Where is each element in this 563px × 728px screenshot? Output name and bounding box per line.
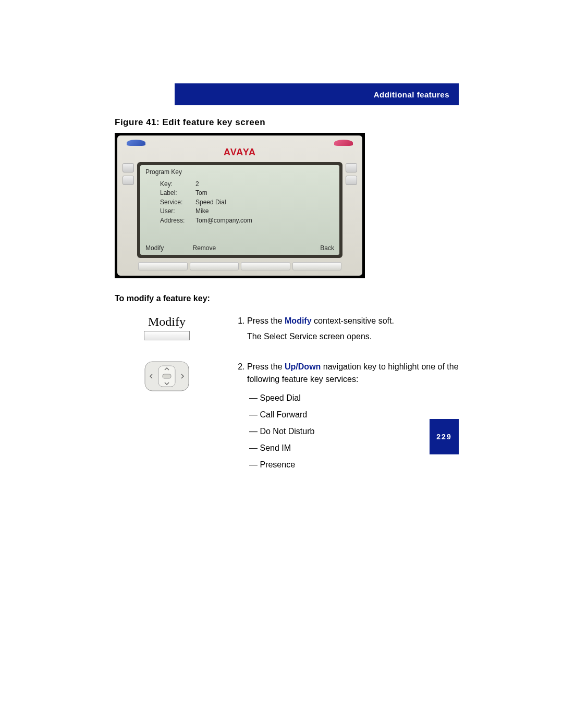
line-key[interactable] bbox=[123, 176, 134, 185]
softkey-remove: Remove bbox=[193, 244, 240, 252]
field-label: Address: bbox=[160, 216, 195, 225]
field-label: Label: bbox=[160, 189, 195, 198]
line-key[interactable] bbox=[346, 176, 357, 185]
section-title: Additional features bbox=[374, 90, 449, 99]
step-1-row: Modify Press the Modify context-sensitiv… bbox=[115, 315, 459, 346]
phone-bezel: AVAYA Program Key Key: 2 bbox=[117, 135, 362, 276]
field-value: Speed Dial bbox=[195, 198, 226, 207]
figure-caption: Figure 41: Edit feature key screen bbox=[115, 117, 459, 128]
field-value: Tom bbox=[195, 189, 207, 198]
screen-title: Program Key bbox=[145, 168, 334, 176]
modify-keyword: Modify bbox=[285, 316, 312, 325]
list-item: Speed Dial bbox=[249, 390, 459, 406]
service-list: Speed Dial Call Forward Do Not Disturb S… bbox=[249, 390, 459, 473]
modify-softkey-illustration: Modify bbox=[144, 315, 190, 340]
softkey-button[interactable] bbox=[292, 262, 342, 270]
softkey-spacer bbox=[240, 244, 287, 252]
field-label: User: bbox=[160, 207, 195, 216]
content-area: Figure 41: Edit feature key screen AVAYA bbox=[115, 117, 459, 476]
sub-heading: To modify a feature key: bbox=[115, 294, 459, 303]
left-line-keys bbox=[123, 162, 134, 258]
figure-container: AVAYA Program Key Key: 2 bbox=[115, 133, 365, 278]
softkey-labels: Modify Remove Back bbox=[145, 244, 334, 252]
field-row: User: Mike bbox=[160, 207, 334, 216]
field-row: Address: Tom@company.com bbox=[160, 216, 334, 225]
step-1-icon-col: Modify bbox=[115, 315, 203, 340]
right-line-keys bbox=[346, 162, 357, 258]
text: Press the bbox=[247, 362, 285, 371]
softkey-icon bbox=[144, 331, 190, 340]
field-row: Key: 2 bbox=[160, 180, 334, 189]
svg-rect-2 bbox=[163, 374, 171, 378]
step-2-icon-col bbox=[115, 361, 203, 392]
softkey-button[interactable] bbox=[190, 262, 239, 270]
phone-main: Program Key Key: 2 Label: Tom bbox=[123, 162, 357, 258]
softkey-modify: Modify bbox=[145, 244, 193, 252]
indicator-lights bbox=[123, 140, 357, 146]
list-item: Send IM bbox=[249, 440, 459, 456]
field-value: Mike bbox=[195, 207, 209, 216]
modify-label: Modify bbox=[144, 315, 190, 329]
text: context-sensitive soft. bbox=[312, 316, 394, 325]
softkey-button[interactable] bbox=[241, 262, 290, 270]
screen-fields: Key: 2 Label: Tom Service: Speed Dial bbox=[160, 180, 334, 225]
field-value: 2 bbox=[195, 180, 199, 189]
field-label: Service: bbox=[160, 198, 195, 207]
list-item: Call Forward bbox=[249, 406, 459, 423]
blue-indicator-icon bbox=[127, 140, 145, 146]
step-2-item: Press the Up/Down navigation key to high… bbox=[247, 361, 459, 473]
hardware-softkeys bbox=[123, 262, 357, 270]
field-label: Key: bbox=[160, 180, 195, 189]
step-2-text: Press the Up/Down navigation key to high… bbox=[235, 361, 459, 476]
logo-area: AVAYA bbox=[123, 147, 357, 158]
softkey-back: Back bbox=[287, 244, 335, 252]
avaya-logo: AVAYA bbox=[224, 147, 256, 157]
list-item: Presence bbox=[249, 456, 459, 473]
page-number-box: 229 bbox=[430, 419, 459, 454]
page-number: 229 bbox=[436, 433, 451, 441]
header-bar: Additional features bbox=[175, 83, 459, 105]
field-value: Tom@company.com bbox=[195, 216, 252, 225]
lcd-screen: Program Key Key: 2 Label: Tom bbox=[140, 165, 339, 255]
navigation-key-icon bbox=[144, 361, 190, 392]
step-1-item: Press the Modify context-sensitive soft.… bbox=[247, 315, 459, 343]
field-row: Service: Speed Dial bbox=[160, 198, 334, 207]
step-1-result: The Select Service screen opens. bbox=[247, 330, 459, 343]
step-2-row: Press the Up/Down navigation key to high… bbox=[115, 361, 459, 476]
updown-keyword: Up/Down bbox=[285, 362, 321, 371]
red-indicator-icon bbox=[334, 140, 353, 146]
line-key[interactable] bbox=[123, 163, 134, 172]
line-key[interactable] bbox=[346, 163, 357, 172]
field-row: Label: Tom bbox=[160, 189, 334, 198]
softkey-button[interactable] bbox=[138, 262, 188, 270]
lcd-frame: Program Key Key: 2 Label: Tom bbox=[137, 162, 342, 258]
text: Press the bbox=[247, 316, 285, 325]
document-page: Additional features Figure 41: Edit feat… bbox=[0, 0, 563, 543]
step-1-text: Press the Modify context-sensitive soft.… bbox=[235, 315, 459, 346]
list-item: Do Not Disturb bbox=[249, 423, 459, 440]
